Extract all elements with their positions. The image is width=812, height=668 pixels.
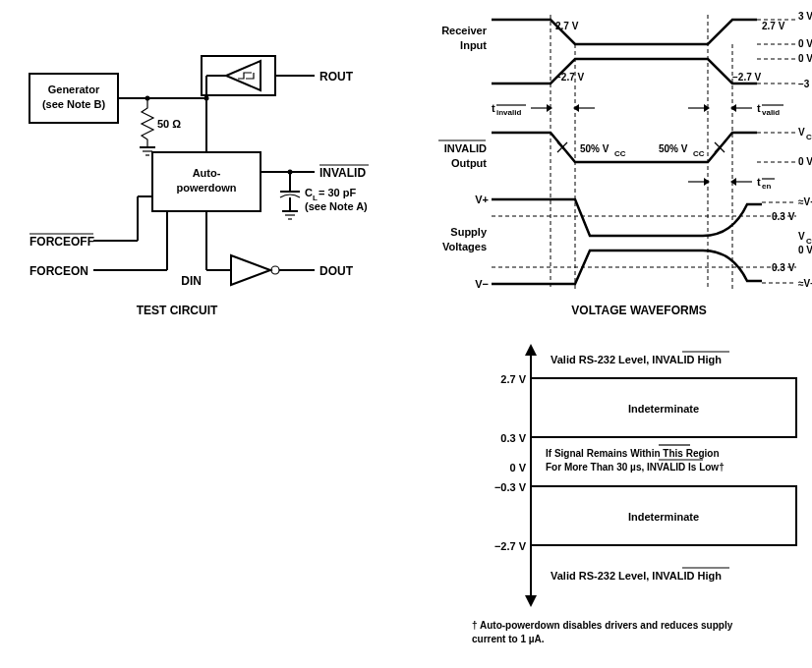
forceoff-label: FORCEOFF — [29, 235, 94, 249]
waveforms-title: VOLTAGE WAVEFORMS — [571, 304, 706, 317]
svg-text:≈V+: ≈V+ — [798, 196, 812, 207]
svg-text:V−: V− — [475, 278, 489, 290]
din-label: DIN — [181, 274, 202, 288]
svg-text:2.7 V: 2.7 V — [500, 373, 526, 385]
svg-marker-56 — [730, 104, 736, 112]
svg-text:0.3 V: 0.3 V — [772, 262, 795, 273]
test-circuit-title: TEST CIRCUIT — [137, 304, 218, 317]
svg-text:Voltages: Voltages — [442, 241, 487, 252]
diagram-root: Generator (see Note B) 50 Ω ROUT Auto- p… — [0, 0, 812, 668]
svg-marker-99 — [525, 344, 537, 356]
svg-marker-100 — [525, 595, 537, 607]
svg-text:CC: CC — [806, 133, 812, 141]
footnote-2: current to 1 µA. — [472, 634, 545, 644]
svg-text:CC: CC — [693, 149, 705, 158]
svg-text:≈V−: ≈V− — [798, 278, 812, 289]
driver-icon — [231, 255, 270, 285]
svg-text:V: V — [798, 231, 805, 242]
svg-text:50% V: 50% V — [659, 143, 688, 154]
t-invalid: t invalid — [492, 102, 595, 117]
valid-bot: Valid RS-232 Level, INVALID High — [551, 570, 722, 582]
svg-text:−2.7 V: −2.7 V — [494, 540, 527, 552]
cl-rest: = 30 pF — [319, 187, 356, 198]
generator-line2: (see Note B) — [42, 98, 106, 110]
svg-marker-79 — [730, 178, 736, 186]
svg-text:If Signal Remains Within This : If Signal Remains Within This Region — [546, 448, 720, 459]
svg-text:en: en — [762, 182, 771, 191]
svg-text:Indeterminate: Indeterminate — [628, 403, 699, 415]
dout-label: DOUT — [319, 264, 354, 278]
svg-text:invalid: invalid — [496, 108, 521, 117]
svg-text:0.3 V: 0.3 V — [500, 432, 526, 444]
autopd-l2: powerdown — [176, 182, 236, 194]
svg-text:50% V: 50% V — [580, 143, 609, 154]
svg-text:Receiver: Receiver — [441, 25, 488, 36]
svg-marker-77 — [704, 178, 710, 186]
svg-text:0 V: 0 V — [509, 462, 526, 473]
svg-text:2.7 V: 2.7 V — [555, 21, 579, 31]
resistor-label: 50 Ω — [157, 118, 181, 130]
svg-text:−0.3 V: −0.3 V — [494, 481, 527, 493]
forceon-label: FORCEON — [29, 264, 88, 278]
cl-c: C — [305, 187, 313, 198]
svg-text:valid: valid — [762, 108, 780, 117]
autopd-l1: Auto- — [193, 167, 221, 179]
svg-text:−2.7 V: −2.7 V — [555, 72, 585, 83]
svg-marker-54 — [704, 104, 710, 112]
svg-text:Indeterminate: Indeterminate — [628, 511, 699, 523]
svg-marker-49 — [573, 104, 579, 112]
level-diagram: Valid RS-232 Level, INVALID High Indeter… — [472, 344, 796, 644]
svg-point-5 — [145, 96, 150, 101]
svg-text:0.3 V: 0.3 V — [772, 211, 795, 222]
svg-text:V+: V+ — [475, 194, 489, 205]
svg-text:0 V: 0 V — [798, 156, 812, 167]
generator-line1: Generator — [48, 84, 100, 95]
svg-text:2.7 V: 2.7 V — [762, 21, 785, 31]
valid-top: Valid RS-232 Level, INVALID High — [551, 354, 722, 365]
svg-text:0 V: 0 V — [798, 53, 812, 64]
svg-text:t: t — [757, 176, 761, 188]
footnote-1: † Auto-powerdown disables drivers and re… — [472, 620, 733, 631]
svg-text:3 V: 3 V — [798, 11, 812, 22]
svg-text:INVALID: INVALID — [444, 142, 487, 154]
svg-text:Input: Input — [460, 39, 487, 51]
svg-text:Output: Output — [451, 157, 487, 169]
voltage-waveforms: 2.7 V 2.7 V 3 V 0 V −2.7 V −2.7 V 0 V −3… — [438, 11, 812, 317]
svg-marker-47 — [547, 104, 552, 112]
svg-text:t: t — [757, 102, 761, 114]
invalid-label: INVALID — [319, 166, 366, 180]
svg-text:0 V: 0 V — [798, 38, 812, 49]
svg-text:0 V: 0 V — [798, 245, 812, 255]
cl-note: (see Note A) — [305, 200, 368, 212]
t-en: t en — [688, 176, 775, 191]
svg-text:−3 V: −3 V — [798, 79, 812, 89]
svg-text:t: t — [492, 102, 495, 114]
svg-text:For More Than 30 µs, INVALID I: For More Than 30 µs, INVALID Is Low† — [546, 462, 725, 473]
svg-text:−2.7 V: −2.7 V — [732, 72, 762, 83]
svg-text:CC: CC — [614, 149, 626, 158]
rout-label: ROUT — [319, 70, 354, 84]
svg-text:Supply: Supply — [450, 226, 488, 238]
svg-text:V: V — [798, 127, 805, 138]
t-valid: t valid — [688, 102, 783, 117]
test-circuit: Generator (see Note B) 50 Ω ROUT Auto- p… — [29, 56, 369, 317]
